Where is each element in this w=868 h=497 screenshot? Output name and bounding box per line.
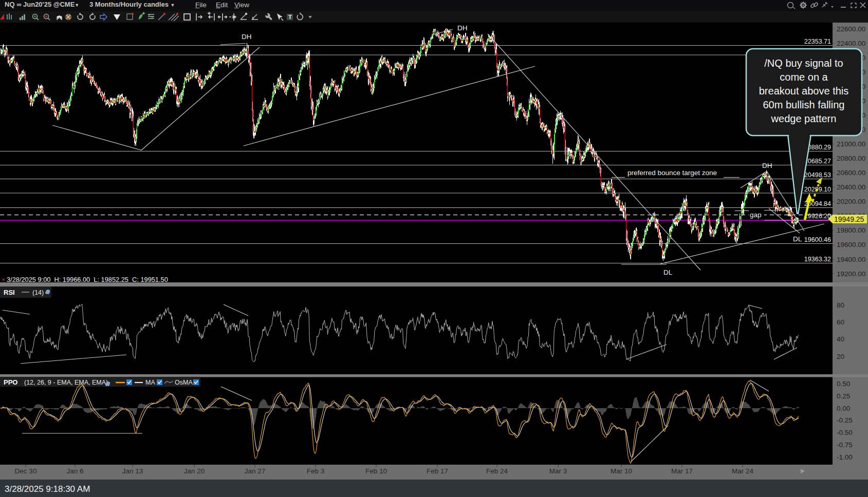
svg-text:MA: MA (145, 379, 155, 386)
svg-text:Mar 24: Mar 24 (732, 467, 754, 475)
svg-text:DL: DL (663, 269, 673, 276)
svg-text:22400.00: 22400.00 (837, 40, 865, 47)
svg-text:20498.53: 20498.53 (804, 171, 831, 179)
svg-text:Jan 20: Jan 20 (184, 467, 205, 475)
svg-text:19600.00: 19600.00 (837, 241, 865, 249)
svg-text:Feb 17: Feb 17 (427, 467, 448, 475)
svg-text:DH: DH (457, 24, 468, 32)
svg-text:0.50: 0.50 (837, 380, 850, 388)
svg-text:0.00: 0.00 (837, 405, 850, 412)
svg-text:20600.00: 20600.00 (837, 169, 865, 177)
svg-text:×: × (2, 276, 5, 283)
svg-text:Mar 17: Mar 17 (671, 467, 693, 475)
svg-text:22600.00: 22600.00 (837, 25, 865, 33)
svg-text:(12, 26, 9 - EMA, EMA, EMA): (12, 26, 9 - EMA, EMA, EMA) (24, 379, 108, 386)
svg-text:Dec 30: Dec 30 (15, 467, 37, 475)
svg-text:20400.00: 20400.00 (837, 183, 865, 191)
svg-text:DH: DH (242, 33, 252, 41)
svg-text:Jan 6: Jan 6 (66, 467, 83, 475)
svg-text:20800.00: 20800.00 (837, 155, 865, 162)
svg-text:22353.71: 22353.71 (804, 38, 831, 45)
svg-text:19200.00: 19200.00 (837, 270, 865, 278)
svg-text:come on a: come on a (780, 71, 828, 83)
svg-text:60m bullish falling: 60m bullish falling (763, 99, 845, 110)
svg-text:RSI: RSI (4, 289, 15, 296)
svg-text:Feb 10: Feb 10 (365, 467, 387, 475)
svg-text:19926.20: 19926.20 (804, 213, 831, 220)
svg-text:19800.00: 19800.00 (837, 226, 865, 234)
svg-text:20685.27: 20685.27 (804, 158, 831, 165)
svg-text:preferred bounce target zone: preferred bounce target zone (627, 169, 717, 177)
svg-text:60: 60 (837, 318, 844, 326)
svg-text:Mar 3: Mar 3 (549, 467, 567, 475)
svg-text:DH: DH (762, 162, 772, 169)
svg-text:/NQ buy signal to: /NQ buy signal to (764, 58, 843, 69)
svg-text:Jan 13: Jan 13 (122, 467, 143, 475)
svg-text:-0.50: -0.50 (837, 429, 853, 436)
svg-text:(14): (14) (32, 289, 44, 296)
svg-text:OsMA: OsMA (175, 379, 193, 386)
svg-text:PPO: PPO (4, 378, 17, 386)
svg-text:Feb 3: Feb 3 (307, 467, 325, 475)
svg-text:Mar 10: Mar 10 (611, 467, 632, 475)
svg-text:40: 40 (837, 335, 844, 343)
svg-text:19600.46: 19600.46 (804, 236, 831, 243)
svg-text:80: 80 (837, 301, 844, 309)
svg-text:T: T (288, 14, 292, 20)
svg-text:19949.25: 19949.25 (834, 215, 864, 223)
svg-text:DL: DL (793, 235, 802, 243)
svg-text:gap: gap (750, 211, 762, 219)
svg-text:19363.32: 19363.32 (804, 256, 831, 263)
svg-text:0.25: 0.25 (837, 392, 850, 400)
svg-text:Feb 24: Feb 24 (486, 467, 508, 475)
svg-text:3/28/2025 9:00 H: 19966.00 L: 3/28/2025 9:00 H: 19966.00 L: 19852.25 C… (7, 276, 168, 283)
svg-text:Jan 27: Jan 27 (245, 467, 266, 475)
svg-text:19400.00: 19400.00 (837, 256, 865, 263)
svg-text:wedge pattern: wedge pattern (771, 113, 837, 124)
svg-text:-0.25: -0.25 (837, 416, 853, 424)
svg-text:breakout above this: breakout above this (759, 85, 849, 97)
svg-text:20: 20 (837, 353, 844, 360)
svg-text:-1.00: -1.00 (837, 453, 853, 461)
svg-text:3/28/2025 9:18:30 AM: 3/28/2025 9:18:30 AM (5, 484, 90, 494)
svg-text:20200.00: 20200.00 (837, 198, 865, 205)
svg-text:-0.75: -0.75 (837, 441, 853, 449)
svg-text:21000.00: 21000.00 (837, 140, 865, 148)
